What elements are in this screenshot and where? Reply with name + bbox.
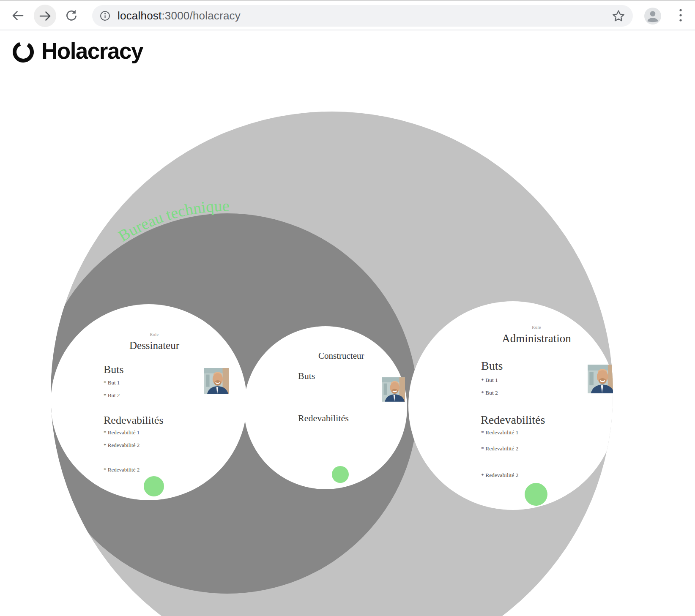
url-text[interactable]: localhost:3000/holacracy — [118, 9, 241, 22]
goal-item: * But 1 — [104, 380, 120, 386]
accountability-item: * Redevabilité 1 — [481, 430, 518, 436]
role-label: Role — [56, 332, 252, 337]
member-dot[interactable] — [332, 466, 349, 483]
accountabilities-heading: Redevabilités — [481, 414, 545, 427]
accountabilities-heading: Redevabilités — [298, 413, 349, 423]
forward-arrow-icon — [39, 10, 52, 22]
super-circle-bureau-technique[interactable]: Role Dessinateur Buts * But 1 * But 2 — [51, 112, 613, 616]
goal-item: * But 2 — [104, 392, 120, 398]
kebab-menu-icon[interactable] — [678, 6, 684, 23]
role-name: Dessinateur — [56, 340, 252, 352]
role-name: Constructeur — [318, 351, 364, 361]
goals-heading: Buts — [104, 364, 124, 376]
goal-item: * But 1 — [481, 377, 498, 384]
org-chart: Role Dessinateur Buts * But 1 * But 2 — [0, 30, 695, 616]
holacracy-page: Holacracy Role Dessinateur Buts * But 1 … — [0, 30, 695, 616]
profile-avatar[interactable] — [644, 8, 661, 25]
reload-icon — [65, 9, 78, 22]
back-button[interactable] — [11, 9, 24, 22]
back-arrow-icon — [11, 9, 24, 22]
member-photo[interactable] — [204, 368, 229, 394]
goals-heading: Buts — [298, 371, 315, 381]
window-top-strip — [0, 0, 695, 1]
member-dot[interactable] — [144, 476, 164, 496]
accountabilities-heading: Redevabilités — [104, 414, 164, 427]
role-circle-dessinateur[interactable]: Role Dessinateur Buts * But 1 * But 2 — [51, 304, 247, 500]
member-photo[interactable] — [588, 365, 613, 393]
accountability-item: * Redevabilité 2 — [104, 442, 140, 448]
role-name: Administration — [432, 333, 613, 345]
accountability-item: * Redevabilité 2 — [481, 472, 518, 479]
address-bar[interactable]: localhost:3000/holacracy — [92, 5, 633, 27]
bookmark-star-icon[interactable] — [612, 9, 625, 23]
role-label: Role — [432, 325, 613, 330]
forward-button[interactable] — [34, 5, 56, 27]
member-dot[interactable] — [525, 483, 547, 506]
url-path: :3000/holacracy — [161, 9, 241, 22]
browser-toolbar: localhost:3000/holacracy — [0, 0, 695, 30]
goals-heading: Buts — [481, 360, 503, 373]
info-icon[interactable] — [100, 11, 110, 21]
member-photo[interactable] — [382, 377, 405, 402]
role-circle-administration[interactable]: Role Administration Buts * But 1 * But 2 — [408, 301, 613, 510]
goal-item: * But 2 — [481, 390, 498, 396]
accountability-item: * Redevabilité 2 — [481, 446, 518, 452]
accountability-item: * Redevabilité 2 — [104, 467, 140, 473]
role-circle-constructeur[interactable]: Constructeur Buts Redevabilités — [244, 326, 407, 489]
accountability-item: * Redevabilité 1 — [104, 430, 140, 436]
url-host: localhost — [118, 9, 161, 22]
reload-button[interactable] — [65, 9, 78, 22]
